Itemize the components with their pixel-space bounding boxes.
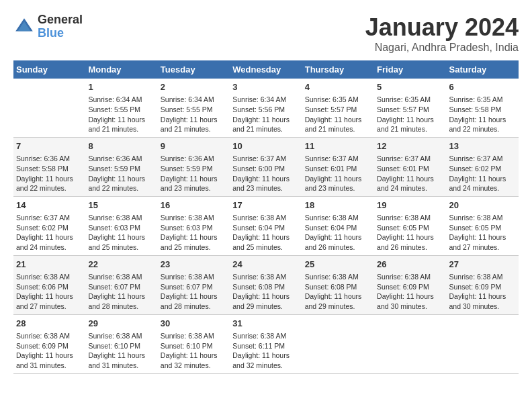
day-info: Sunrise: 6:38 AM Sunset: 6:11 PM Dayligh…: [232, 331, 299, 371]
calendar-cell: 15Sunrise: 6:38 AM Sunset: 6:03 PM Dayli…: [85, 196, 157, 255]
day-info: Sunrise: 6:35 AM Sunset: 5:57 PM Dayligh…: [305, 95, 371, 134]
day-number: 8: [88, 140, 154, 152]
day-number: 27: [449, 259, 516, 271]
day-number: 14: [16, 199, 83, 212]
calendar-cell: 3Sunrise: 6:34 AM Sunset: 5:56 PM Daylig…: [230, 79, 302, 137]
day-info: Sunrise: 6:37 AM Sunset: 6:02 PM Dayligh…: [449, 154, 516, 193]
calendar-cell: 16Sunrise: 6:38 AM Sunset: 6:03 PM Dayli…: [158, 196, 230, 255]
day-info: Sunrise: 6:38 AM Sunset: 6:04 PM Dayligh…: [232, 213, 299, 253]
calendar-cell: 22Sunrise: 6:38 AM Sunset: 6:07 PM Dayli…: [85, 255, 157, 314]
logo-icon: [13, 16, 35, 38]
logo-line2: Blue: [38, 27, 83, 40]
calendar-cell: 5Sunrise: 6:35 AM Sunset: 5:57 PM Daylig…: [374, 79, 446, 137]
day-number: 9: [161, 140, 227, 152]
day-info: Sunrise: 6:38 AM Sunset: 6:06 PM Dayligh…: [16, 272, 83, 312]
calendar-cell: 4Sunrise: 6:35 AM Sunset: 5:57 PM Daylig…: [302, 79, 374, 137]
header-cell-wednesday: Wednesday: [230, 60, 302, 79]
calendar-cell: 13Sunrise: 6:37 AM Sunset: 6:02 PM Dayli…: [447, 137, 519, 196]
calendar-cell: 18Sunrise: 6:38 AM Sunset: 6:04 PM Dayli…: [302, 196, 374, 255]
calendar-cell: [447, 314, 519, 373]
day-info: Sunrise: 6:38 AM Sunset: 6:05 PM Dayligh…: [377, 213, 443, 253]
day-number: 7: [16, 140, 83, 152]
calendar-cell: 9Sunrise: 6:36 AM Sunset: 5:59 PM Daylig…: [158, 137, 230, 196]
header-cell-monday: Monday: [85, 60, 157, 79]
day-number: 19: [377, 199, 443, 212]
calendar-cell: 11Sunrise: 6:37 AM Sunset: 6:01 PM Dayli…: [302, 137, 374, 196]
calendar-cell: 10Sunrise: 6:37 AM Sunset: 6:00 PM Dayli…: [230, 137, 302, 196]
day-number: 3: [232, 81, 299, 93]
day-info: Sunrise: 6:38 AM Sunset: 6:09 PM Dayligh…: [449, 272, 516, 312]
day-number: 16: [161, 199, 227, 212]
day-info: Sunrise: 6:38 AM Sunset: 6:10 PM Dayligh…: [88, 331, 154, 371]
calendar-cell: 1Sunrise: 6:34 AM Sunset: 5:55 PM Daylig…: [85, 79, 157, 137]
calendar-cell: 12Sunrise: 6:37 AM Sunset: 6:01 PM Dayli…: [374, 137, 446, 196]
calendar-cell: 2Sunrise: 6:34 AM Sunset: 5:55 PM Daylig…: [158, 79, 230, 137]
day-info: Sunrise: 6:34 AM Sunset: 5:56 PM Dayligh…: [232, 95, 299, 134]
calendar-week-3: 14Sunrise: 6:37 AM Sunset: 6:02 PM Dayli…: [13, 196, 519, 255]
day-number: 28: [16, 318, 83, 330]
day-number: 24: [232, 259, 299, 271]
day-number: 11: [305, 140, 371, 152]
day-info: Sunrise: 6:35 AM Sunset: 5:57 PM Dayligh…: [377, 95, 443, 134]
day-info: Sunrise: 6:38 AM Sunset: 6:08 PM Dayligh…: [232, 272, 299, 312]
calendar-table: SundayMondayTuesdayWednesdayThursdayFrid…: [13, 60, 519, 374]
calendar-cell: 17Sunrise: 6:38 AM Sunset: 6:04 PM Dayli…: [230, 196, 302, 255]
day-info: Sunrise: 6:38 AM Sunset: 6:03 PM Dayligh…: [161, 213, 227, 253]
day-info: Sunrise: 6:38 AM Sunset: 6:09 PM Dayligh…: [377, 272, 443, 312]
day-info: Sunrise: 6:35 AM Sunset: 5:58 PM Dayligh…: [449, 95, 516, 134]
day-info: Sunrise: 6:38 AM Sunset: 6:10 PM Dayligh…: [161, 331, 227, 371]
day-number: 4: [305, 81, 371, 93]
calendar-week-5: 28Sunrise: 6:38 AM Sunset: 6:09 PM Dayli…: [13, 314, 519, 373]
day-info: Sunrise: 6:38 AM Sunset: 6:03 PM Dayligh…: [88, 213, 154, 253]
day-number: 13: [449, 140, 516, 152]
day-number: 15: [88, 199, 154, 212]
calendar-cell: 25Sunrise: 6:38 AM Sunset: 6:08 PM Dayli…: [302, 255, 374, 314]
calendar-cell: [374, 314, 446, 373]
logo: General Blue: [13, 13, 83, 40]
day-info: Sunrise: 6:38 AM Sunset: 6:07 PM Dayligh…: [161, 272, 227, 312]
day-number: 26: [377, 259, 443, 271]
calendar-cell: [302, 314, 374, 373]
day-info: Sunrise: 6:38 AM Sunset: 6:07 PM Dayligh…: [88, 272, 154, 312]
calendar-cell: 28Sunrise: 6:38 AM Sunset: 6:09 PM Dayli…: [13, 314, 85, 373]
logo-line1: General: [38, 13, 83, 27]
calendar-cell: 23Sunrise: 6:38 AM Sunset: 6:07 PM Dayli…: [158, 255, 230, 314]
calendar-cell: 26Sunrise: 6:38 AM Sunset: 6:09 PM Dayli…: [374, 255, 446, 314]
day-number: 25: [305, 259, 371, 271]
day-info: Sunrise: 6:36 AM Sunset: 5:59 PM Dayligh…: [161, 154, 227, 193]
day-number: 5: [377, 81, 443, 93]
day-info: Sunrise: 6:37 AM Sunset: 6:00 PM Dayligh…: [232, 154, 299, 193]
title-block: January 2024 Nagari, Andhra Pradesh, Ind…: [365, 13, 519, 54]
header-cell-thursday: Thursday: [302, 60, 374, 79]
calendar-cell: 29Sunrise: 6:38 AM Sunset: 6:10 PM Dayli…: [85, 314, 157, 373]
header-cell-saturday: Saturday: [447, 60, 519, 79]
day-number: 2: [161, 81, 227, 93]
day-info: Sunrise: 6:34 AM Sunset: 5:55 PM Dayligh…: [161, 95, 227, 134]
day-number: 10: [232, 140, 299, 152]
day-info: Sunrise: 6:38 AM Sunset: 6:04 PM Dayligh…: [305, 213, 371, 253]
calendar-week-2: 7Sunrise: 6:36 AM Sunset: 5:58 PM Daylig…: [13, 137, 519, 196]
day-number: 31: [232, 318, 299, 330]
header-cell-friday: Friday: [374, 60, 446, 79]
calendar-cell: 19Sunrise: 6:38 AM Sunset: 6:05 PM Dayli…: [374, 196, 446, 255]
calendar-cell: 21Sunrise: 6:38 AM Sunset: 6:06 PM Dayli…: [13, 255, 85, 314]
day-number: 6: [449, 81, 516, 93]
day-number: 22: [88, 259, 154, 271]
header-row: SundayMondayTuesdayWednesdayThursdayFrid…: [13, 60, 519, 79]
day-number: 21: [16, 259, 83, 271]
day-number: 29: [88, 318, 154, 330]
calendar-cell: 20Sunrise: 6:38 AM Sunset: 6:05 PM Dayli…: [447, 196, 519, 255]
calendar-body: 1Sunrise: 6:34 AM Sunset: 5:55 PM Daylig…: [13, 79, 519, 373]
calendar-cell: 7Sunrise: 6:36 AM Sunset: 5:58 PM Daylig…: [13, 137, 85, 196]
day-number: 30: [161, 318, 227, 330]
day-number: 17: [232, 199, 299, 212]
day-info: Sunrise: 6:34 AM Sunset: 5:55 PM Dayligh…: [88, 95, 154, 134]
day-info: Sunrise: 6:37 AM Sunset: 6:01 PM Dayligh…: [377, 154, 443, 193]
day-number: 23: [161, 259, 227, 271]
calendar-header: SundayMondayTuesdayWednesdayThursdayFrid…: [13, 60, 519, 79]
day-info: Sunrise: 6:38 AM Sunset: 6:05 PM Dayligh…: [449, 213, 516, 253]
page-header: General Blue January 2024 Nagari, Andhra…: [13, 13, 519, 54]
logo-text: General Blue: [38, 13, 83, 40]
header-cell-sunday: Sunday: [13, 60, 85, 79]
calendar-cell: [13, 79, 85, 137]
